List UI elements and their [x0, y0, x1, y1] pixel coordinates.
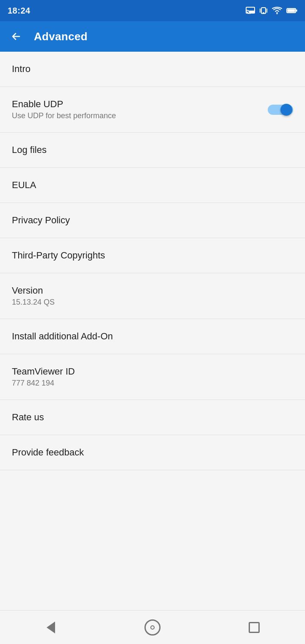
menu-item-enable-udp[interactable]: Enable UDPUse UDP for best performance [0, 87, 305, 133]
status-bar: 18:24 [0, 0, 305, 21]
menu-item-label-install-addon: Install additional Add-On [12, 331, 113, 342]
toggle-enable-udp[interactable] [268, 103, 293, 117]
menu-item-label-intro: Intro [12, 64, 30, 75]
menu-item-text-enable-udp: Enable UDPUse UDP for best performance [12, 99, 116, 120]
svg-rect-3 [263, 12, 264, 14]
menu-item-label-log-files: Log files [12, 144, 47, 155]
menu-item-text-rate-us: Rate us [12, 412, 44, 423]
menu-item-label-eula: EULA [12, 180, 36, 191]
menu-item-label-privacy-policy: Privacy Policy [12, 215, 70, 226]
settings-content: IntroEnable UDPUse UDP for best performa… [0, 52, 305, 610]
menu-item-text-install-addon: Install additional Add-On [12, 331, 113, 342]
nav-home-button[interactable] [140, 615, 165, 640]
menu-item-third-party-copyrights[interactable]: Third-Party Copyrights [0, 238, 305, 273]
svg-rect-8 [296, 10, 297, 12]
bottom-nav [0, 610, 305, 644]
home-circle-icon [144, 619, 161, 636]
status-time: 18:24 [8, 6, 30, 16]
menu-item-teamviewer-id[interactable]: TeamViewer ID777 842 194 [0, 354, 305, 400]
menu-item-label-version: Version [12, 285, 55, 296]
home-inner-icon [150, 625, 155, 630]
back-triangle-icon [47, 622, 55, 633]
menu-item-install-addon[interactable]: Install additional Add-On [0, 319, 305, 354]
menu-item-log-files[interactable]: Log files [0, 133, 305, 168]
app-bar: Advanced [0, 21, 305, 52]
nav-recent-button[interactable] [241, 615, 267, 640]
menu-item-label-enable-udp: Enable UDP [12, 99, 116, 110]
menu-item-sublabel-teamviewer-id: 777 842 194 [12, 379, 75, 388]
menu-item-text-intro: Intro [12, 64, 30, 75]
battery-icon [286, 8, 297, 14]
menu-item-text-log-files: Log files [12, 144, 47, 155]
back-button[interactable] [7, 27, 25, 46]
menu-item-privacy-policy[interactable]: Privacy Policy [0, 203, 305, 238]
menu-item-text-third-party-copyrights: Third-Party Copyrights [12, 250, 105, 261]
menu-item-label-rate-us: Rate us [12, 412, 44, 423]
status-icons [246, 6, 297, 15]
menu-item-text-teamviewer-id: TeamViewer ID777 842 194 [12, 366, 75, 388]
toggle-thumb-enable-udp [280, 104, 292, 116]
recent-square-icon [249, 622, 260, 633]
vibrate-icon [259, 6, 268, 15]
menu-item-label-teamviewer-id: TeamViewer ID [12, 366, 75, 377]
menu-item-label-third-party-copyrights: Third-Party Copyrights [12, 250, 105, 261]
menu-item-eula[interactable]: EULA [0, 168, 305, 203]
svg-rect-5 [266, 8, 267, 13]
menu-item-sublabel-enable-udp: Use UDP for best performance [12, 111, 116, 120]
menu-item-version[interactable]: Version15.13.24 QS [0, 273, 305, 319]
menu-item-text-privacy-policy: Privacy Policy [12, 215, 70, 226]
page-title: Advanced [34, 30, 88, 43]
menu-item-text-provide-feedback: Provide feedback [12, 447, 84, 458]
menu-item-rate-us[interactable]: Rate us [0, 400, 305, 435]
wifi-icon [272, 7, 282, 14]
menu-item-sublabel-version: 15.13.24 QS [12, 298, 55, 307]
menu-item-text-version: Version15.13.24 QS [12, 285, 55, 307]
svg-rect-7 [288, 9, 295, 12]
menu-item-text-eula: EULA [12, 180, 36, 191]
svg-rect-4 [260, 8, 261, 13]
cast-icon [246, 7, 255, 14]
menu-item-provide-feedback[interactable]: Provide feedback [0, 435, 305, 470]
menu-item-intro[interactable]: Intro [0, 52, 305, 87]
menu-item-label-provide-feedback: Provide feedback [12, 447, 84, 458]
nav-back-button[interactable] [38, 615, 64, 640]
